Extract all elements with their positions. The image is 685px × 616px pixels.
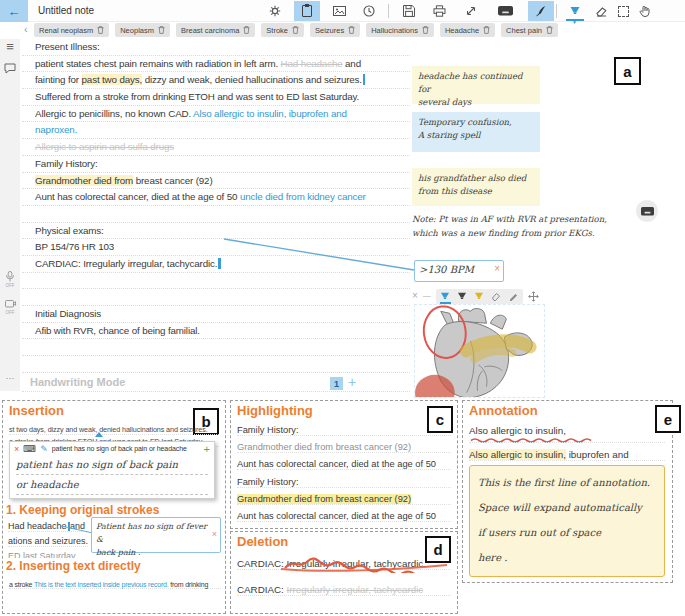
more-icon[interactable]: ··· — [0, 373, 20, 383]
trash-icon[interactable] — [483, 26, 490, 34]
save-button[interactable] — [396, 1, 422, 21]
settings-button[interactable] — [262, 1, 288, 21]
eraser-icon — [595, 5, 608, 17]
pen-black-tool[interactable] — [457, 291, 468, 302]
insertion-popup[interactable]: × ⌨ ✎ patient has no sign of back pain o… — [9, 441, 215, 499]
panel-annotation: Annotation e Also allergic to insulin, A… — [462, 400, 673, 583]
pen-yellow-tool[interactable] — [474, 291, 485, 302]
inserted-text: This is the text inserted inside previou… — [34, 581, 169, 588]
tag-chip[interactable]: Breast carcinoma — [176, 23, 255, 37]
note-line: CARDIAC: Irregularly irregular, tachycar… — [22, 256, 410, 273]
touch-hand-icon — [639, 5, 651, 17]
tag-chip[interactable]: Hallucinations — [366, 23, 434, 37]
close-icon[interactable]: × — [412, 291, 418, 301]
page-number-button[interactable]: 1 — [330, 377, 343, 390]
scribble-strike — [279, 556, 451, 573]
note-line: patient states chest pain remains with r… — [22, 56, 410, 73]
tag-label: Hallucinations — [371, 26, 418, 35]
camera-icon[interactable] — [0, 299, 20, 308]
close-icon[interactable]: × — [212, 528, 217, 541]
handwriting-line[interactable]: patient has no sign of back pain — [16, 455, 208, 475]
share-arrow-icon — [465, 5, 477, 17]
sample-text: ations and seizures. — [8, 536, 88, 547]
stroke-popup[interactable]: Patient has no sign of fever & back pain… — [91, 517, 221, 553]
callout-text: >130 BPM — [419, 264, 474, 275]
touch-draw-tool[interactable] — [632, 1, 658, 21]
sticky-note-blue[interactable]: Temporary confusion, A staring spell — [412, 112, 540, 152]
callout-box[interactable]: >130 BPM × — [414, 260, 504, 282]
mic-icon[interactable] — [0, 271, 20, 282]
clipboard-button[interactable] — [294, 1, 320, 21]
margin-handwritten-note[interactable]: Note: Pt was in AF with RVR at presentat… — [412, 212, 652, 240]
tag-label: Chest pain — [506, 26, 542, 35]
sticky-text: his grandfather also died — [418, 172, 534, 185]
close-icon[interactable]: × — [14, 444, 19, 454]
comment-bubble-icon[interactable] — [0, 63, 20, 74]
share-button[interactable] — [458, 1, 484, 21]
menu-icon[interactable]: ≡ — [0, 39, 20, 54]
status-rule — [22, 391, 410, 392]
note-editor[interactable]: Present Illness: patient states chest pa… — [22, 39, 410, 373]
insert-image-button[interactable] — [326, 1, 352, 21]
left-sidebar: ≡ OFF OFF ··· — [0, 39, 20, 391]
marker-pen-tool[interactable]: ▼ — [562, 1, 588, 21]
toolbar-divider — [388, 4, 389, 18]
trash-icon[interactable] — [422, 26, 429, 34]
trash-icon[interactable] — [292, 26, 299, 34]
minimize-icon[interactable]: — — [423, 291, 431, 301]
sample-text: Aunt has colorectal cancer, died at the … — [237, 459, 451, 470]
floating-keyboard-button[interactable] — [636, 200, 658, 222]
sticky-note-yellow[interactable]: headache has continued for several days — [412, 66, 540, 104]
sample-text: CARDIAC: Irregularly irregular, tachycar… — [237, 584, 451, 596]
pencil-tool[interactable] — [508, 291, 519, 302]
tags-scroll-left[interactable]: ‹ — [24, 23, 28, 35]
pen-group — [436, 289, 523, 304]
close-icon[interactable]: × — [494, 263, 500, 274]
trash-icon[interactable] — [348, 26, 355, 34]
keyboard-toggle-button[interactable] — [492, 1, 518, 21]
panel-heading: Highlighting — [237, 403, 313, 418]
panel-heading: Annotation — [469, 403, 538, 418]
back-button[interactable]: ← — [0, 0, 28, 22]
add-icon[interactable]: + — [204, 443, 210, 455]
tag-chip[interactable]: Seizures — [310, 23, 360, 37]
annotation-space-box[interactable]: This is the first line of annotation. Sp… — [469, 465, 665, 577]
move-handle-icon[interactable] — [528, 291, 539, 302]
tag-chip[interactable]: Renal neoplasm — [34, 23, 109, 37]
trash-icon[interactable] — [97, 26, 104, 34]
note-line: Grandmother died from breast cancer (92) — [22, 173, 410, 190]
handwriting-text: here . — [478, 545, 656, 570]
trash-icon[interactable] — [546, 26, 553, 34]
tag-chip[interactable]: Headache — [440, 23, 495, 37]
keyboard-icon — [641, 207, 654, 216]
sticky-text: from this disease — [418, 185, 534, 198]
tag-chip[interactable]: Neoplasm — [115, 23, 170, 37]
sticky-text: A staring spell — [418, 129, 534, 142]
tag-label: Stroke — [266, 26, 288, 35]
handwriting-text: This is the first line of annotation. — [478, 470, 656, 495]
note-line: Allergic to penicillins, no known CAD. A… — [22, 106, 410, 123]
save-icon — [403, 5, 415, 17]
sample-text: Family History: — [237, 425, 451, 436]
highlighted-text: Grandmother died from — [35, 175, 133, 186]
keyboard-icon[interactable]: ⌨ — [23, 444, 36, 454]
ink-mode-button[interactable] — [528, 1, 554, 21]
insert-caret-icon — [95, 432, 103, 437]
note-line — [22, 289, 410, 306]
pencil-icon[interactable]: ✎ — [40, 444, 48, 454]
add-page-button[interactable]: + — [348, 374, 356, 390]
note-line: Aunt has colorectal cancer, died at the … — [22, 189, 410, 206]
tag-chip[interactable]: Chest pain — [501, 23, 558, 37]
trash-icon[interactable] — [243, 26, 250, 34]
sketch-canvas[interactable] — [414, 304, 545, 398]
trash-icon[interactable] — [158, 26, 165, 34]
handwriting-line[interactable]: or headache — [16, 475, 208, 495]
eraser-tool[interactable] — [491, 291, 502, 302]
pen-blue-tool[interactable] — [440, 291, 451, 302]
sticky-note-yellow[interactable]: his grandfather also died from this dise… — [412, 168, 540, 206]
note-line — [22, 356, 410, 373]
tag-chip[interactable]: Stroke — [261, 23, 304, 37]
history-button[interactable] — [356, 1, 382, 21]
print-button[interactable] — [426, 1, 452, 21]
sample-text-wavy-highlight: Grandmother died from breast cancer (92) — [237, 442, 451, 453]
